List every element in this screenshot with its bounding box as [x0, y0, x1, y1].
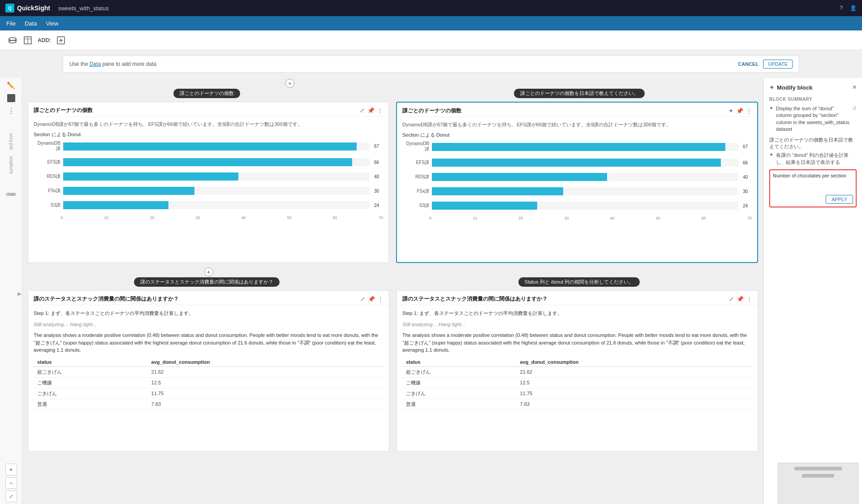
panel-1-pin-icon[interactable]: 📌: [367, 107, 375, 114]
panel-1-chart: DynamoDB課 67 EFS課 66 RDS課 40: [34, 141, 383, 220]
table-row: ごきげん11.75: [34, 388, 384, 399]
panel-3: 課のステータスとスナック消費量の間に関係はありますか？ ⤢ 📌 ⋮ Step 1…: [28, 290, 389, 452]
expand-arrow[interactable]: [17, 289, 23, 301]
expand-button[interactable]: ⤢: [5, 491, 17, 502]
add-label: ADD:: [38, 37, 51, 43]
zoom-in-button[interactable]: +: [5, 464, 17, 475]
panel-2-title: 課ごとのドーナツの個数: [402, 107, 461, 115]
apply-button[interactable]: APPLY: [826, 195, 853, 204]
cancel-button[interactable]: CANCEL: [738, 60, 759, 69]
panel-3-analysis: The analysis shows a moderate positive c…: [34, 332, 384, 354]
panel-3-more-icon[interactable]: ⋮: [378, 296, 384, 302]
panel-2-actions: ✦ 📌 ⋮: [728, 108, 752, 114]
panel-1-expand-icon[interactable]: ⤢: [360, 107, 365, 114]
add-section-btn-1[interactable]: +: [285, 79, 294, 88]
panel-3-step1: Step 1: まず、各ステータスごとのドーナツの平均消費量を計算します。: [34, 310, 384, 317]
instruction-wand-icon: ✦: [769, 152, 773, 158]
col-header-avg-1: avg_donut_consumption: [148, 358, 384, 367]
wand-icon: ✦: [769, 84, 774, 91]
panel-1-chart-title: Section による Donut: [34, 131, 383, 138]
svg-marker-11: [17, 292, 22, 296]
refresh-icon[interactable]: ↺: [852, 105, 857, 112]
top-panels-row: 課ごとのドーナツの個数 ⤢ 📌 ⋮ DynamoDB課が67個で最も多くのドーナ…: [22, 98, 763, 267]
panel-3-body: Step 1: まず、各ステータスごとのドーナツの平均消費量を計算します。 St…: [28, 305, 389, 414]
sidebar-section-label: olate: [6, 192, 16, 197]
app-logo: Q QuickSight: [5, 4, 50, 13]
datasource-icon[interactable]: [7, 35, 18, 46]
update-button[interactable]: UPDATE: [763, 60, 793, 69]
add-visual-icon[interactable]: [56, 35, 66, 46]
sidebar-more-icon[interactable]: ⋮: [8, 107, 15, 115]
section-pill-2: 課のステータスとスナック消費量の間に関係はありますか？: [134, 277, 280, 287]
add-btn-row-left: +: [26, 79, 554, 88]
table-row: ごきげん11.75: [402, 388, 752, 399]
panel-2-description: DynamoDB課が67個で最も多くのドーナツを持ち、EFS課が66個で続いてい…: [402, 121, 752, 128]
main-content: ✏️ ⋮ ted from sumption olate ▲ + − ⤢ +: [0, 78, 862, 504]
notification-buttons: CANCEL UPDATE: [738, 60, 793, 69]
panel-2-more-icon[interactable]: ⋮: [746, 108, 752, 114]
help-icon[interactable]: ?: [840, 5, 843, 11]
sidebar-label-2: sumption: [9, 156, 13, 174]
notification-bar: Use the Data pane to add more data CANCE…: [63, 56, 799, 73]
bar-row-3: FSx課 30: [60, 187, 383, 195]
section-pill-1: 課ごとのドーナツの個数: [173, 89, 240, 98]
summary-wand-icon: ✦: [769, 105, 773, 111]
app-name: QuickSight: [17, 4, 50, 12]
section-pill-right-1: 課ごとのドーナツの個数を日本語で教えてください。: [514, 89, 645, 98]
block-summary-label: Block summary: [769, 97, 857, 102]
zoom-controls: + − ⤢: [5, 464, 17, 502]
panel-4-title: 課のステータスとスナック消費量の間に関係はありますか？: [402, 295, 547, 303]
panel-2-pin-icon[interactable]: 📌: [736, 108, 743, 114]
user-icon[interactable]: 👤: [850, 5, 857, 11]
sidebar-label-1: ted from: [9, 133, 13, 150]
close-modify-block-button[interactable]: ×: [853, 83, 857, 91]
menu-file[interactable]: File: [6, 20, 16, 27]
panel-4-step1: Step 1: まず、各ステータスごとのドーナツの平均消費量を計算します。: [402, 310, 752, 317]
panel-2-axis: 010203040506070: [429, 216, 752, 220]
bar2-row-4: S3課 24: [429, 202, 752, 210]
panel-2-wand-icon[interactable]: ✦: [728, 108, 733, 114]
table-row: 普通7.83: [34, 399, 384, 409]
panel-1-axis: 010203040506070: [60, 215, 383, 220]
menu-data[interactable]: Data: [25, 20, 37, 27]
svg-point-1: [9, 38, 16, 40]
panel-1-actions: ⤢ 📌 ⋮: [360, 107, 383, 114]
add-btn-row-2: +: [22, 267, 763, 277]
panel-4-analysis: The analysis shows a moderate positive c…: [402, 332, 752, 354]
bar-row-4: S3課 24: [60, 201, 383, 209]
section-labels-row1: +: [22, 78, 763, 89]
input-box-wrapper: Number of chocolates per section APPLY: [769, 169, 857, 207]
modify-block-title: ✦ Modify block: [769, 84, 812, 91]
panel-2-body: DynamoDB課が67個で最も多くのドーナツを持ち、EFS課が66個で続いてい…: [397, 117, 757, 225]
modify-block-input[interactable]: Number of chocolates per section: [773, 173, 853, 191]
panel-4-actions: ⤢ 📌 ⋮: [729, 296, 752, 302]
table-row: ご機嫌12.5: [34, 377, 384, 388]
bar-row-0: DynamoDB課 67: [60, 141, 383, 152]
panel-2-chart-title: Section による Donut: [402, 132, 752, 138]
table-icon[interactable]: [22, 35, 33, 46]
panel-1-header: 課ごとのドーナツの個数 ⤢ 📌 ⋮: [28, 102, 388, 116]
panel-3-actions: ⤢ 📌 ⋮: [360, 296, 384, 302]
sidebar-icon-block[interactable]: [7, 94, 15, 102]
table-row: 普通7.83: [402, 399, 752, 409]
zoom-out-button[interactable]: −: [5, 477, 17, 489]
add-section-btn-2[interactable]: +: [204, 267, 213, 276]
bar2-row-2: RDS課 40: [429, 173, 752, 181]
panel-4-expand-icon[interactable]: ⤢: [729, 296, 734, 302]
menu-view[interactable]: View: [46, 20, 58, 27]
panel-4-analyzing: Still analyzing… Hang tight...: [402, 321, 752, 328]
panel-4-more-icon[interactable]: ⋮: [746, 296, 752, 302]
panel-4-body: Step 1: まず、各ステータスごとのドーナツの平均消費量を計算します。 St…: [397, 305, 758, 414]
panel-4-pin-icon[interactable]: 📌: [737, 296, 744, 302]
data-link[interactable]: Data: [90, 61, 101, 67]
panel-2-chart: DynamoDB課 67 EFS課 66 RDS課 40: [402, 141, 752, 220]
panel-1-more-icon[interactable]: ⋮: [377, 107, 383, 114]
panel-3-expand-icon[interactable]: ⤢: [360, 296, 365, 302]
panel-4-table: status avg_donut_consumption 超ごきげん21.62 …: [402, 358, 752, 410]
panel-3-analyzing: Still analyzing… Hang tight...: [34, 321, 384, 328]
panel-3-pin-icon[interactable]: 📌: [368, 296, 375, 302]
panel-1-body: DynamoDB課が67個で最も多くのドーナツを持ち、EFS課が66個で続いてい…: [28, 116, 388, 224]
sidebar-icon-pencil[interactable]: ✏️: [7, 82, 15, 90]
panel-4: 課のステータスとスナック消費量の間に関係はありますか？ ⤢ 📌 ⋮ Step 1…: [397, 290, 758, 452]
menu-bar: File Data View: [0, 16, 862, 30]
